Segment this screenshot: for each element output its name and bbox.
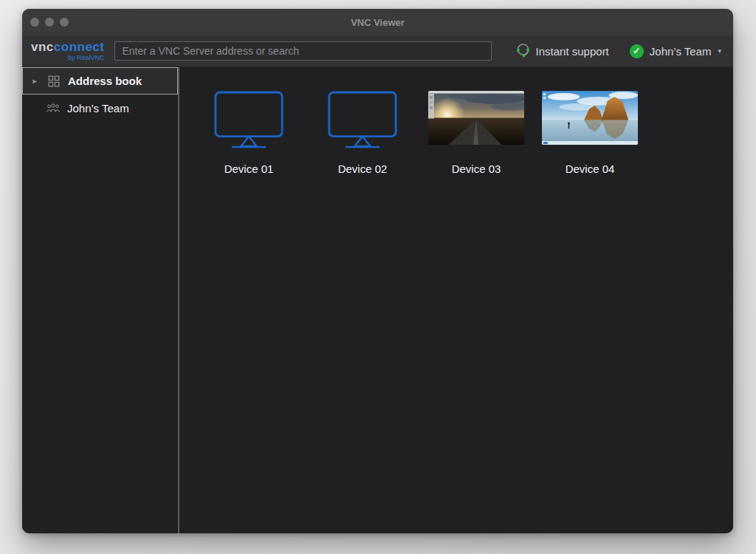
device-label: Device 03	[452, 163, 501, 175]
device-label: Device 01	[224, 163, 274, 175]
signed-in-check-icon: ✓	[630, 44, 644, 58]
logo-byline: by RealVNC	[68, 55, 105, 61]
account-name: John’s Team	[650, 45, 712, 58]
device-tile-04[interactable]: Device 04	[541, 90, 639, 175]
headset-icon	[515, 42, 531, 60]
vnc-viewer-window: VNC Viewer vncconnect by RealVNC	[22, 9, 733, 533]
logo-text: vncconnect	[31, 41, 104, 53]
device-tile-02[interactable]: Device 02	[314, 90, 411, 175]
window-title: VNC Viewer	[22, 17, 733, 28]
sidebar-item-label: John’s Team	[67, 102, 129, 114]
device-grid: Device 01 Device 02	[179, 67, 733, 533]
disclosure-triangle-icon[interactable]: ▸	[30, 77, 40, 85]
search-wrap	[114, 41, 491, 61]
content: ▸ Address book	[22, 67, 733, 533]
titlebar: VNC Viewer	[22, 9, 733, 35]
device-thumbnail-road-sunset	[427, 90, 525, 152]
logo-connect-text: connect	[54, 40, 105, 54]
sidebar: ▸ Address book	[22, 67, 179, 533]
device-label: Device 04	[566, 163, 615, 175]
device-tile-01[interactable]: Device 01	[200, 90, 298, 175]
sidebar-item-address-book[interactable]: ▸ Address book	[22, 67, 178, 95]
instant-support-label: Instant support	[536, 45, 609, 58]
account-menu[interactable]: ✓ John’s Team ▾	[630, 44, 721, 58]
device-label: Device 02	[338, 163, 388, 175]
team-people-icon	[46, 103, 61, 114]
vnc-connect-logo: vncconnect by RealVNC	[30, 41, 104, 61]
vnc-server-search-input[interactable]	[114, 41, 491, 61]
zoom-window-button[interactable]	[60, 18, 69, 27]
traffic-lights	[30, 18, 69, 27]
toolbar: vncconnect by RealVNC Instant support ✓	[22, 35, 733, 67]
sidebar-item-johns-team[interactable]: John’s Team	[22, 95, 178, 122]
chevron-down-icon: ▾	[718, 47, 721, 55]
device-tile-03[interactable]: Device 03	[427, 90, 525, 175]
device-thumbnail-beach-rocks	[541, 90, 639, 152]
minimize-window-button[interactable]	[45, 18, 54, 27]
address-book-grid-icon	[47, 75, 61, 87]
instant-support-button[interactable]: Instant support	[515, 42, 609, 60]
sidebar-item-label: Address book	[68, 75, 142, 87]
close-window-button[interactable]	[30, 18, 39, 27]
monitor-icon	[200, 90, 298, 152]
monitor-icon	[314, 90, 411, 152]
